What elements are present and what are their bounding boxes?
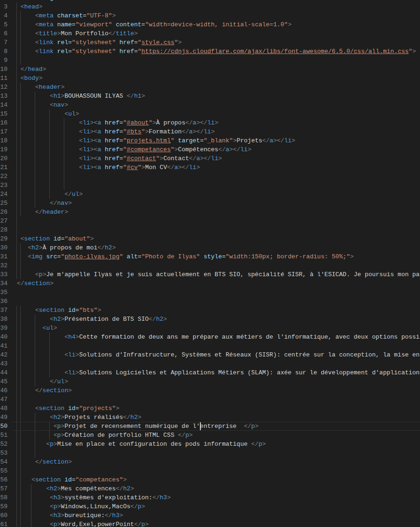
code-line[interactable]: 60<h3>bureutique:</h3> xyxy=(0,511,420,520)
code-line[interactable]: 20<li><a href="#contact">Contact</a></li… xyxy=(0,154,420,163)
link-string[interactable]: #competances xyxy=(127,146,171,153)
link-string[interactable]: #bts xyxy=(127,128,141,135)
code-line[interactable]: 31<img src="photo-ilyas.jpg" alt="Photo … xyxy=(0,252,420,261)
code-line[interactable]: 16<li><a href="#about">À propos</a></li> xyxy=(0,118,420,127)
link-string[interactable]: photo-ilyas.jpg xyxy=(64,253,119,260)
link-string[interactable]: #contact xyxy=(127,155,156,162)
line-number[interactable]: 4 xyxy=(0,11,8,20)
line-number[interactable]: 10 xyxy=(0,65,8,74)
line-number[interactable]: 12 xyxy=(0,83,8,92)
code-line[interactable]: 23 xyxy=(0,181,420,190)
line-number[interactable]: 3 xyxy=(0,2,8,11)
line-number[interactable]: 59 xyxy=(0,502,8,511)
line-number[interactable]: 36 xyxy=(0,297,8,306)
line-number[interactable]: 32 xyxy=(0,261,8,270)
line-number[interactable]: 39 xyxy=(0,324,8,333)
line-number[interactable]: 29 xyxy=(0,234,8,243)
code-line[interactable]: 55 xyxy=(0,466,420,475)
line-number[interactable]: 23 xyxy=(0,181,8,190)
line-number[interactable]: 50 xyxy=(0,422,8,431)
code-line[interactable]: 27 xyxy=(0,217,420,225)
code-line[interactable]: 61<p>Word,Exel,powerPoint</p> xyxy=(0,520,420,527)
line-number[interactable]: 37 xyxy=(0,306,8,315)
code-line[interactable]: 32 xyxy=(0,261,420,270)
link-string[interactable]: https://cdnjs.cloudflare.com/ajax/libs/f… xyxy=(141,48,409,55)
code-line[interactable]: 43 xyxy=(0,359,420,368)
line-number[interactable]: 34 xyxy=(0,279,8,288)
code-line[interactable]: 24</ul> xyxy=(0,190,420,199)
code-editor[interactable]: 2<html lang="fr">3<head>4<meta charset="… xyxy=(0,0,420,527)
code-line[interactable]: 46</section> xyxy=(0,386,420,395)
code-line[interactable]: 5<meta name="viewport" content="width=de… xyxy=(0,20,420,29)
code-line[interactable]: 21<li><a href="#cv">Mon CV</a></li> xyxy=(0,163,420,172)
code-line[interactable]: 3<head> xyxy=(0,2,420,11)
code-line[interactable]: 22 xyxy=(0,172,420,181)
code-line[interactable]: 58<h3>systèmes d'exploitation:</h3> xyxy=(0,493,420,502)
line-number[interactable]: 28 xyxy=(0,225,8,234)
line-number[interactable]: 42 xyxy=(0,350,8,359)
line-number[interactable]: 26 xyxy=(0,208,8,217)
code-line[interactable]: 53 xyxy=(0,449,420,457)
line-number[interactable]: 52 xyxy=(0,440,8,449)
code-line[interactable]: 34</section> xyxy=(0,279,420,288)
line-number[interactable]: 16 xyxy=(0,118,8,127)
code-line[interactable]: 48<section id="projects"> xyxy=(0,404,420,413)
code-line[interactable]: 13<h1>BOUHASSOUN ILYAS </h1> xyxy=(0,92,420,101)
line-number[interactable]: 6 xyxy=(0,29,8,38)
code-line[interactable]: 25</nav> xyxy=(0,199,420,208)
line-number[interactable]: 61 xyxy=(0,520,8,527)
line-number[interactable]: 44 xyxy=(0,368,8,377)
line-number[interactable]: 31 xyxy=(0,252,8,261)
line-number[interactable]: 19 xyxy=(0,145,8,154)
line-number[interactable]: 58 xyxy=(0,493,8,502)
line-number[interactable]: 22 xyxy=(0,172,8,181)
line-number[interactable]: 35 xyxy=(0,288,8,297)
line-number[interactable]: 38 xyxy=(0,315,8,324)
line-number[interactable]: 41 xyxy=(0,341,8,350)
line-number[interactable]: 40 xyxy=(0,333,8,341)
code-line[interactable]: 18<li><a href="projets.html" target="_bl… xyxy=(0,136,420,145)
line-number[interactable]: 56 xyxy=(0,475,8,484)
line-number[interactable]: 57 xyxy=(0,484,8,493)
code-line[interactable]: 11<body> xyxy=(0,74,420,83)
line-number[interactable]: 60 xyxy=(0,511,8,520)
line-number[interactable]: 13 xyxy=(0,92,8,101)
code-line[interactable]: 35 xyxy=(0,288,420,297)
code-line[interactable]: 42<li>Solutions d'Infrastructure, Systèm… xyxy=(0,350,420,359)
line-number[interactable]: 5 xyxy=(0,20,8,29)
code-line[interactable]: 9 xyxy=(0,56,420,65)
code-line[interactable]: 14<nav> xyxy=(0,101,420,109)
line-number[interactable]: 15 xyxy=(0,109,8,118)
code-line[interactable]: 39<ul> xyxy=(0,324,420,333)
code-line[interactable]: 4<meta charset="UTF-8"> xyxy=(0,11,420,20)
code-line[interactable]: 57<h2>Mes compétences</h2> xyxy=(0,484,420,493)
code-line[interactable]: 8<link rel="stylesheet" href="https://cd… xyxy=(0,47,420,56)
code-line[interactable]: 12<header> xyxy=(0,83,420,92)
line-number[interactable]: 47 xyxy=(0,395,8,404)
line-number[interactable]: 33 xyxy=(0,270,8,279)
code-line[interactable]: 45</ul> xyxy=(0,377,420,386)
code-line[interactable]: 54</section> xyxy=(0,457,420,466)
line-number[interactable]: 27 xyxy=(0,217,8,225)
link-string[interactable]: projets.html xyxy=(127,137,171,144)
code-line[interactable]: 17<li><a href="#bts">Formation</a></li> xyxy=(0,127,420,136)
code-line[interactable]: 15<ul> xyxy=(0,109,420,118)
line-number[interactable]: 45 xyxy=(0,377,8,386)
code-line[interactable]: 30<h2>À propos de moi</h2> xyxy=(0,243,420,252)
line-number[interactable]: 53 xyxy=(0,449,8,457)
line-number[interactable]: 25 xyxy=(0,199,8,208)
link-string[interactable]: #cv xyxy=(127,164,137,171)
code-line[interactable]: 7<link rel="stylesheet" href="style.css"… xyxy=(0,38,420,47)
link-string[interactable]: style.css xyxy=(141,39,174,46)
code-line[interactable]: 36 xyxy=(0,297,420,306)
code-line[interactable]: 10</head> xyxy=(0,65,420,74)
line-number[interactable]: 17 xyxy=(0,127,8,136)
line-number[interactable]: 30 xyxy=(0,243,8,252)
code-line[interactable]: 51<p>Création de portfolio HTML CSS </p> xyxy=(0,431,420,440)
line-number[interactable]: 20 xyxy=(0,154,8,163)
code-line[interactable]: 44<li>Solutions Logicielles et Applicati… xyxy=(0,368,420,377)
code-line[interactable]: 38<h2>Présentation de BTS SIO</h2> xyxy=(0,315,420,324)
code-line[interactable]: 52<p>Mise en place et configuration des … xyxy=(0,440,420,449)
code-line[interactable]: 19<li><a href="#competances">Compétences… xyxy=(0,145,420,154)
link-string[interactable]: #about xyxy=(127,119,149,126)
